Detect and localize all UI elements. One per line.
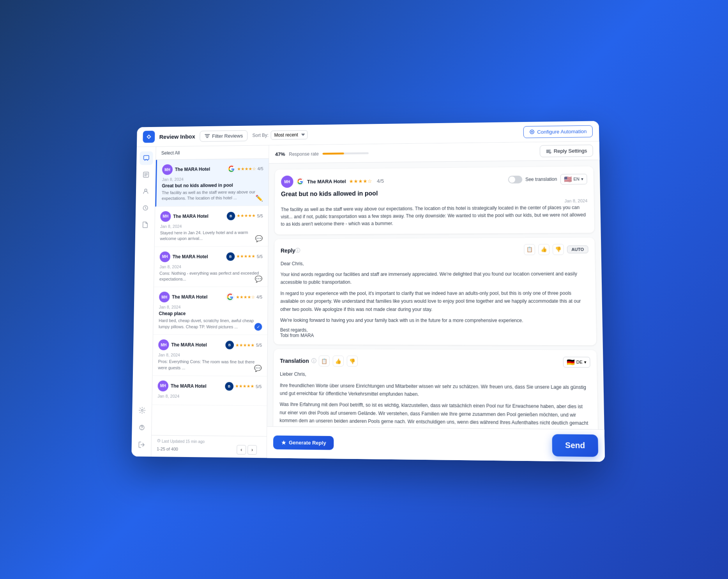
reply-header-row: Reply ⓘ 📋 👍 👎 AUTO (281, 244, 588, 256)
thumbs-up-button[interactable]: 👍 (538, 244, 550, 255)
response-rate-section: 47% Response rate (275, 150, 369, 157)
generate-reply-button[interactable]: Generate Reply (273, 436, 334, 450)
platform-badge-google (296, 178, 304, 185)
avatar: MH (159, 292, 170, 303)
platform-badge-booking: B (226, 252, 235, 261)
review-text: Hard bed, cheap duvet, scratchy linen, a… (159, 318, 262, 330)
rating: 4/5 (258, 166, 263, 171)
translation-copy-button[interactable]: 📋 (318, 356, 329, 367)
review-date: Jan 8, 2024 (162, 176, 263, 182)
select-all-button[interactable]: Select All (161, 150, 180, 156)
sidebar-item-list[interactable] (139, 168, 153, 182)
svg-point-8 (550, 152, 551, 153)
translation-toggle[interactable] (508, 176, 522, 184)
list-item[interactable]: MH The MARA Hotel B ★★★★★ 5/5 Jan 8, 202… (155, 206, 269, 247)
translation-card: Translation ⓘ 📋 👍 👎 🇩🇪 DE ▾ (273, 349, 599, 429)
rating: 5/5 (257, 214, 263, 218)
flag-icon: 🇺🇸 (564, 175, 572, 183)
avatar: MH (162, 164, 173, 175)
reply-card: Reply ⓘ 📋 👍 👎 AUTO Dear Chris, Your kind… (274, 237, 596, 345)
chat-icon: 💬 (255, 275, 263, 283)
list-item[interactable]: MH The MARA Hotel B ★★★★★ 5/5 Jan 8, 202… (152, 376, 267, 406)
translation-label: Translation (280, 358, 309, 364)
translation-header: Translation ⓘ 📋 👍 👎 🇩🇪 DE ▾ (280, 355, 590, 368)
review-detail-panel: 47% Response rate Reply Settings (267, 141, 605, 462)
sidebar-item-help[interactable] (135, 420, 149, 434)
reply-settings-button[interactable]: Reply Settings (540, 145, 593, 157)
list-item[interactable]: MH The MARA Hotel B ★★★★★ 5/5 Jan 8, 202… (152, 335, 267, 376)
platform-badge-google (227, 165, 236, 173)
configure-automation-button[interactable]: Configure Automation (523, 125, 593, 138)
reply-body-3: We're looking forward to having you and … (280, 316, 590, 325)
review-title: Great but no kids allowed in pool (162, 182, 263, 189)
translation-info-icon[interactable]: ⓘ (311, 358, 316, 365)
detail-stars: ★★★★☆ (349, 178, 372, 184)
list-item[interactable]: MH The MARA Hotel B ★★★★★ 5/5 Jan 8, 202… (154, 246, 268, 287)
pagination-controls: ‹ › (237, 445, 257, 455)
last-updated-text: Last Updated 15 min ago (157, 439, 257, 445)
page-title: Review Inbox (159, 133, 195, 140)
svg-point-4 (145, 189, 147, 191)
platform-badge-google (226, 293, 234, 302)
list-item[interactable]: MH The MARA Hotel ★★★★☆ 4/5 Jan 8, 2024 … (153, 287, 268, 335)
send-button[interactable]: Send (552, 434, 599, 457)
sidebar-item-document[interactable] (138, 218, 152, 231)
translation-thumbs-up-button[interactable]: 👍 (332, 356, 343, 367)
translation-greeting: Lieber Chris, (280, 370, 590, 380)
avatar: MH (157, 380, 168, 391)
reply-body-1: Your kind words regarding our facilities… (281, 270, 589, 287)
translation-language-selector[interactable]: 🇩🇪 DE ▾ (563, 357, 590, 367)
review-date: Jan 8, 2024 (159, 305, 262, 309)
stars: ★★★★★ (237, 213, 256, 218)
filter-reviews-button[interactable]: Filter Reviews (200, 130, 248, 142)
stars: ★★★★★ (236, 254, 255, 259)
reply-greeting: Dear Chris, (281, 259, 588, 268)
avatar: MH (281, 175, 293, 188)
sidebar-item-reviews[interactable] (139, 151, 153, 165)
sidebar-item-settings[interactable] (135, 403, 149, 417)
info-icon[interactable]: ⓘ (295, 247, 300, 254)
hotel-name: The MARA Hotel (171, 342, 207, 348)
hotel-name: The MARA Hotel (173, 214, 209, 219)
next-page-button[interactable]: › (247, 445, 257, 455)
sidebar-item-logout[interactable] (134, 438, 148, 452)
avatar: MH (160, 211, 171, 222)
chevron-down-icon: ▾ (581, 177, 583, 182)
platform-badge-booking: B (225, 382, 233, 390)
response-rate-bar (323, 152, 369, 155)
translation-toggle-section: See translation 🇺🇸 EN ▾ (508, 174, 587, 185)
translation-thumbs-down-button[interactable]: 👎 (347, 356, 358, 367)
list-item[interactable]: MH The MARA Hotel ★★★★☆ 4/5 Jan 8, 2024 … (155, 159, 269, 207)
svg-point-6 (141, 410, 143, 411)
language-selector[interactable]: 🇺🇸 EN ▾ (560, 174, 587, 185)
review-detail-date: Jan 8, 2024 (564, 198, 587, 203)
prev-page-button[interactable]: ‹ (237, 445, 246, 455)
sidebar-item-users[interactable] (139, 184, 152, 198)
review-detail-body: The facility as well as the staff were w… (281, 204, 588, 228)
bottom-action-bar: Generate Reply Send (267, 426, 605, 462)
hotel-name: The MARA Hotel (171, 383, 207, 389)
translation-body-2: Was Ihre Erfahrung mit dem Pool betrifft… (279, 401, 591, 429)
review-list-header: Select All (156, 145, 269, 160)
sort-select[interactable]: Most recent (271, 130, 308, 140)
reply-signature: Best regards, Tobi from MARA (280, 327, 590, 339)
hotel-name: The MARA Hotel (175, 166, 210, 172)
chat-icon: 💬 (254, 365, 262, 372)
rating: 4/5 (256, 295, 262, 300)
review-detail-title: Great but no kids allowed in pool (281, 188, 587, 198)
avatar: MH (160, 251, 170, 262)
copy-button[interactable]: 📋 (524, 244, 535, 255)
thumbs-down-button[interactable]: 👎 (553, 244, 564, 255)
review-date: Jan 8, 2024 (158, 353, 262, 358)
reply-actions: 📋 👍 👎 AUTO (524, 244, 588, 255)
sidebar-item-clock[interactable] (138, 201, 152, 215)
review-date: Jan 8, 2024 (159, 264, 262, 269)
auto-badge[interactable]: AUTO (567, 245, 588, 253)
stars: ★★★★☆ (236, 295, 255, 300)
rating: 5/5 (256, 384, 262, 389)
response-rate-fill (323, 152, 345, 155)
review-list-panel: Select All MH The MARA Hotel (151, 145, 269, 458)
review-date: Jan 8, 2024 (157, 394, 262, 399)
review-list-scroll: MH The MARA Hotel ★★★★☆ 4/5 Jan 8, 2024 … (152, 159, 269, 436)
app-logo (143, 131, 155, 143)
